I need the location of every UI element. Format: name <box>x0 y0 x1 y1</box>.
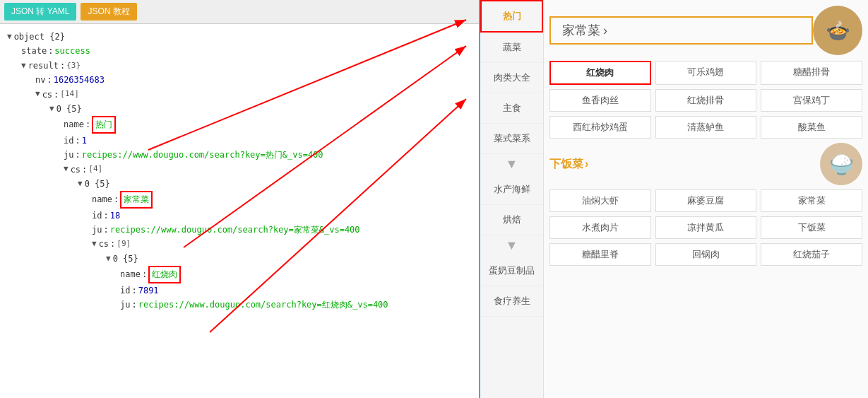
left-panel: JSON 转 YAML JSON 教程 ▼ object {2} state :… <box>0 0 480 398</box>
nav-sidebar: 热门 蔬菜 肉类大全 主食 菜式菜系 ▼ 水产海鲜 烘焙 ▼ 蛋奶豆制品 食疗养… <box>480 0 544 398</box>
toggle-item1[interactable]: ▼ <box>78 177 83 191</box>
tree-name1: name : 家常菜 <box>7 191 472 208</box>
scroll-down-arrow[interactable]: ▼ <box>480 157 543 172</box>
tree-ju1: ju : recipes://www.douguo.com/search?key… <box>7 223 472 237</box>
scroll-down-arrow2[interactable]: ▼ <box>480 238 543 253</box>
tree-root: ▼ object {2} <box>7 30 472 44</box>
nav-item-meat[interactable]: 肉类大全 <box>480 63 543 93</box>
food-item[interactable]: 鱼香肉丝 <box>549 89 651 112</box>
food-item[interactable]: 家常菜 <box>761 189 862 212</box>
content-area: 家常菜 › 🍲 红烧肉可乐鸡翅糖醋排骨鱼香肉丝红烧排骨宫保鸡丁西红柿炒鸡蛋清蒸鲈… <box>544 0 868 398</box>
food-item[interactable]: 宫保鸡丁 <box>761 89 862 112</box>
food-item[interactable]: 酸菜鱼 <box>761 116 862 139</box>
nav-item-baking[interactable]: 烘焙 <box>480 205 543 235</box>
cat-chevron: › <box>603 23 607 38</box>
nav-item-cuisine[interactable]: 菜式菜系 <box>480 124 543 154</box>
nav-item-dairy[interactable]: 蛋奶豆制品 <box>480 256 543 286</box>
food-item[interactable]: 回锅肉 <box>655 243 757 266</box>
toggle-item0[interactable]: ▼ <box>49 103 54 116</box>
tree-name0: name : 热门 <box>7 116 472 133</box>
cat-title-box[interactable]: 家常菜 › <box>549 16 813 45</box>
food-image-bottom: 🍚 <box>820 143 862 185</box>
name1-highlight: 家常菜 <box>120 191 153 208</box>
tree-result: ▼ result : {3} <box>7 59 472 73</box>
tree-item2: ▼ 0 {5} <box>7 252 472 266</box>
nav-item-seafood[interactable]: 水产海鲜 <box>480 175 543 205</box>
sub-cat-header: 下饭菜 › 🍚 <box>549 143 862 185</box>
toggle-result[interactable]: ▼ <box>21 59 26 73</box>
food-item[interactable]: 麻婆豆腐 <box>655 189 757 212</box>
food-item[interactable]: 可乐鸡翅 <box>655 61 757 85</box>
toolbar: JSON 转 YAML JSON 教程 <box>0 0 479 24</box>
name0-highlight: 热门 <box>92 116 116 133</box>
tree-item1: ▼ 0 {5} <box>7 177 472 191</box>
food-grid-1: 红烧肉可乐鸡翅糖醋排骨鱼香肉丝红烧排骨宫保鸡丁西红柿炒鸡蛋清蒸鲈鱼酸菜鱼 <box>549 61 862 139</box>
tree-id0: id : 1 <box>7 134 472 148</box>
toggle-cs1[interactable]: ▼ <box>92 238 97 251</box>
nav-item-health[interactable]: 食疗养生 <box>480 286 543 317</box>
food-item[interactable]: 清蒸鲈鱼 <box>655 116 757 139</box>
cat-header: 家常菜 › 🍲 <box>549 6 862 55</box>
tree-name2: name : 红烧肉 <box>7 266 472 283</box>
cat-title-text: 家常菜 <box>562 22 600 39</box>
tree-nv: nv : 1626354683 <box>7 73 472 87</box>
tree-id1: id : 18 <box>7 209 472 223</box>
food-item[interactable]: 红烧肉 <box>549 61 651 85</box>
food-item[interactable]: 糖醋里脊 <box>549 243 651 266</box>
nav-item-staple[interactable]: 主食 <box>480 93 543 124</box>
json-tree: ▼ object {2} state : success ▼ result : … <box>0 24 479 397</box>
food-item[interactable]: 西红柿炒鸡蛋 <box>549 116 651 139</box>
food-item[interactable]: 红烧茄子 <box>761 243 862 266</box>
tree-id2: id : 7891 <box>7 283 472 298</box>
food-item[interactable]: 凉拌黄瓜 <box>655 216 757 239</box>
tree-ju2: ju : recipes://www.douguo.com/search?key… <box>7 298 472 312</box>
toggle-root[interactable]: ▼ <box>7 30 12 44</box>
food-item[interactable]: 下饭菜 <box>761 216 862 239</box>
name2-highlight: 红烧肉 <box>148 266 181 283</box>
food-item[interactable]: 红烧排骨 <box>655 89 757 112</box>
food-grid-2: 油焖大虾麻婆豆腐家常菜水煮肉片凉拌黄瓜下饭菜糖醋里脊回锅肉红烧茄子 <box>549 189 862 266</box>
toggle-cs[interactable]: ▼ <box>35 88 40 101</box>
food-item[interactable]: 水煮肉片 <box>549 216 651 239</box>
food-item[interactable]: 油焖大虾 <box>549 189 651 212</box>
toggle-cs0[interactable]: ▼ <box>64 163 69 176</box>
tree-cs: ▼ cs : [14] <box>7 88 472 102</box>
sub-cat-chevron: › <box>585 158 588 170</box>
sub-cat-title[interactable]: 下饭菜 <box>549 157 583 172</box>
toggle-item2[interactable]: ▼ <box>106 252 111 266</box>
tree-item0: ▼ 0 {5} <box>7 102 472 116</box>
nav-item-hot[interactable]: 热门 <box>480 0 543 33</box>
food-item[interactable]: 糖醋排骨 <box>761 61 862 85</box>
json-to-yaml-btn[interactable]: JSON 转 YAML <box>4 3 76 21</box>
json-tutorial-btn[interactable]: JSON 教程 <box>81 3 136 21</box>
nav-item-vegetable[interactable]: 蔬菜 <box>480 33 543 63</box>
tree-cs0: ▼ cs : [4] <box>7 163 472 177</box>
food-image-top: 🍲 <box>813 6 862 55</box>
right-panel: 热门 蔬菜 肉类大全 主食 菜式菜系 ▼ 水产海鲜 烘焙 ▼ 蛋奶豆制品 食疗养… <box>480 0 868 398</box>
tree-ju0: ju : recipes://www.douguo.com/search?key… <box>7 148 472 162</box>
tree-state: state : success <box>7 44 472 58</box>
tree-cs1: ▼ cs : [9] <box>7 237 472 251</box>
